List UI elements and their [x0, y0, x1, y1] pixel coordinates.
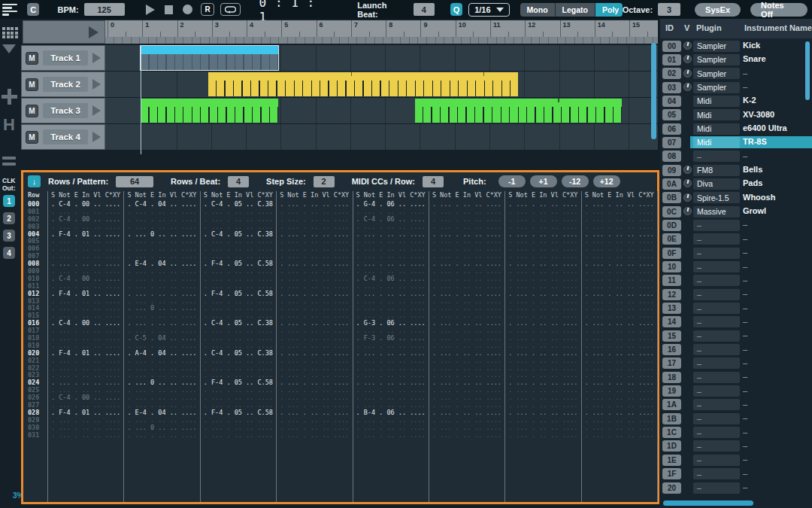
mute-button[interactable]: M — [26, 131, 38, 144]
pattern-cell[interactable]: . ... . .. .. .... — [276, 424, 352, 432]
instrument-name[interactable]: – — [743, 303, 747, 312]
pattern-cell[interactable]: . ... . .. .. .... — [123, 365, 199, 373]
instrument-name[interactable]: K-2 — [743, 96, 756, 105]
pattern-cell[interactable]: . ... . .. .. .... — [200, 432, 276, 440]
pattern-cell[interactable]: . ... . .. .. .... — [581, 424, 657, 432]
pattern-cell[interactable]: . ... . .. .. .... — [276, 365, 352, 373]
pattern-cell[interactable]: . ... 0 .. .. .... — [123, 231, 199, 239]
pattern-cell[interactable]: . ... . .. .. .... — [504, 283, 580, 291]
pattern-cell[interactable]: . ... . .. .. .... — [276, 342, 352, 350]
clip[interactable] — [141, 99, 278, 123]
pattern-cell[interactable]: . ... . .. .. .... — [504, 253, 580, 260]
pattern-cell[interactable]: . ... . .. .. .... — [47, 424, 123, 432]
instrument-name[interactable]: Snare — [743, 54, 766, 63]
instrument-row-06[interactable]: 06Midie6400 Ultra — [660, 122, 812, 135]
pattern-cell[interactable]: . ... . .. .. .... — [429, 320, 504, 327]
pattern-cell[interactable]: . ... . .. .. .... — [429, 350, 504, 357]
instrument-name[interactable]: Whoosh — [743, 193, 775, 202]
grid-icon[interactable] — [2, 27, 18, 38]
pattern-cell[interactable]: . ... . .. .. .... — [47, 305, 123, 312]
pattern-cell[interactable]: . ... . .. .. .... — [504, 402, 580, 409]
pattern-cell[interactable]: . ... . .. .. .... — [504, 394, 580, 402]
instrument-row-1C[interactable]: 1C–– — [660, 426, 812, 440]
voice-mode-poly[interactable]: Poly — [595, 3, 623, 17]
pattern-cell[interactable]: . ... . .. .. .... — [429, 268, 504, 275]
pattern-cell[interactable]: . ... . .. .. .... — [581, 208, 657, 216]
pattern-cell[interactable]: . ... . .. .. .... — [123, 387, 199, 394]
instrument-row-04[interactable]: 04MidiK-2 — [660, 94, 812, 108]
pattern-cell[interactable]: . ... . .. .. .... — [581, 216, 657, 224]
pattern-cell[interactable]: . ... . .. .. .... — [200, 283, 276, 291]
pattern-cell[interactable]: . ... . .. .. .... — [276, 253, 352, 260]
pattern-cell[interactable]: . F-4 . 05 .. C.58 — [200, 260, 276, 268]
play-button[interactable] — [146, 5, 155, 15]
instrument-name[interactable]: TR-8S — [743, 137, 767, 146]
pattern-cell[interactable]: . ... . .. .. .... — [123, 216, 199, 224]
pattern-cell[interactable]: . ... . .. .. .... — [353, 305, 429, 312]
pattern-cell[interactable]: . ... . .. .. .... — [504, 201, 580, 208]
pattern-cell[interactable]: . ... . .. .. .... — [353, 231, 429, 239]
rows-per-beat-value[interactable]: 4 — [228, 176, 249, 187]
track-arrow-icon[interactable] — [92, 79, 101, 90]
instrument-name[interactable]: – — [743, 275, 747, 284]
plugin-name[interactable]: Diva — [693, 178, 740, 190]
stop-button[interactable] — [165, 5, 174, 14]
pitch-button-plus12[interactable]: +12 — [593, 175, 620, 187]
pattern-cell[interactable]: . ... . .. .. .... — [581, 275, 657, 283]
pattern-cell[interactable]: . ... . .. .. .... — [123, 394, 199, 402]
pattern-cell[interactable]: . ... . .. .. .... — [200, 327, 276, 335]
plugin-name[interactable]: – — [693, 289, 740, 300]
instrument-row-1A[interactable]: 1A–– — [660, 398, 812, 412]
pattern-cell[interactable]: . ... . .. .. .... — [353, 283, 429, 291]
pattern-cell[interactable]: . C-4 . 06 .. .... — [353, 216, 429, 224]
plugin-name[interactable]: – — [693, 151, 740, 162]
plugin-name[interactable]: Sampler — [693, 82, 740, 93]
instrument-row-02[interactable]: 02Sampler– — [660, 67, 812, 81]
pattern-cell[interactable]: . ... . .. .. .... — [581, 283, 657, 291]
pattern-cell[interactable]: . ... . .. .. .... — [581, 394, 657, 402]
instrument-row-0D[interactable]: 0D–– — [660, 218, 812, 232]
pattern-cell[interactable]: . ... . .. .. .... — [353, 268, 429, 275]
pattern-cell[interactable]: . ... . .. .. .... — [581, 245, 657, 253]
instrument-name[interactable]: Growl — [743, 206, 766, 215]
pattern-cell[interactable]: . ... . .. .. .... — [276, 208, 352, 216]
plugin-name[interactable]: Midi — [693, 96, 740, 107]
pattern-cell[interactable]: . ... . .. .. .... — [429, 245, 504, 253]
plugin-name[interactable]: Sampler — [693, 68, 740, 79]
instrument-name[interactable]: – — [743, 317, 747, 326]
pattern-cell[interactable]: . ... . .. .. .... — [47, 335, 123, 342]
pitch-button-plus1[interactable]: +1 — [530, 175, 557, 187]
pattern-cell[interactable]: . ... . .. .. .... — [429, 238, 504, 245]
pattern-cell[interactable]: . C-4 . 05 .. C.38 — [200, 350, 276, 357]
pattern-cell[interactable]: . F-4 . 01 .. .... — [47, 409, 123, 417]
instrument-row-20[interactable]: 20–– — [660, 481, 812, 494]
pattern-cell[interactable]: . ... . .. .. .... — [353, 245, 429, 253]
pattern-cell[interactable]: . ... . .. .. .... — [353, 312, 429, 320]
instrument-row-0B[interactable]: 0BSpire-1.5Whoosh — [660, 191, 812, 205]
rows-per-pattern-value[interactable]: 64 — [116, 176, 153, 187]
pattern-cell[interactable]: . ... . .. .. .... — [353, 432, 429, 440]
pattern-cell[interactable]: . ... . .. .. .... — [276, 231, 352, 239]
pattern-cell[interactable]: . ... . .. .. .... — [429, 387, 504, 394]
instrument-name[interactable]: – — [743, 427, 747, 437]
instrument-row-03[interactable]: 03Sampler– — [660, 81, 812, 94]
pattern-cell[interactable]: . G-3 . 06 .. .... — [353, 320, 429, 327]
instrument-row-05[interactable]: 05MidiXV-3080 — [660, 108, 812, 122]
instrument-row-0F[interactable]: 0F–– — [660, 246, 812, 260]
pitch-button-minus12[interactable]: -12 — [562, 175, 589, 187]
pattern-cell[interactable]: . ... . .. .. .... — [504, 327, 580, 335]
pattern-cell[interactable]: . ... . .. .. .... — [581, 305, 657, 312]
pattern-cell[interactable]: . ... . .. .. .... — [429, 365, 504, 373]
pattern-cell[interactable]: . ... . .. .. .... — [581, 312, 657, 320]
pattern-cell[interactable]: . ... . .. .. .... — [429, 394, 504, 402]
pattern-cell[interactable]: . ... . .. .. .... — [47, 260, 123, 268]
instrument-name[interactable]: – — [743, 151, 747, 160]
pattern-cell[interactable]: . ... . .. .. .... — [504, 298, 580, 306]
instrument-row-19[interactable]: 19–– — [660, 385, 812, 398]
pattern-cell[interactable]: . ... . .. .. .... — [276, 216, 352, 224]
pattern-cell[interactable]: . ... . .. .. .... — [276, 224, 352, 231]
pattern-cell[interactable]: . ... . .. .. .... — [200, 394, 276, 402]
instrument-name[interactable]: – — [743, 68, 747, 78]
pattern-cell[interactable]: . E-4 . 04 .. .... — [123, 409, 199, 417]
pattern-cell[interactable]: . ... . .. .. .... — [504, 305, 580, 312]
